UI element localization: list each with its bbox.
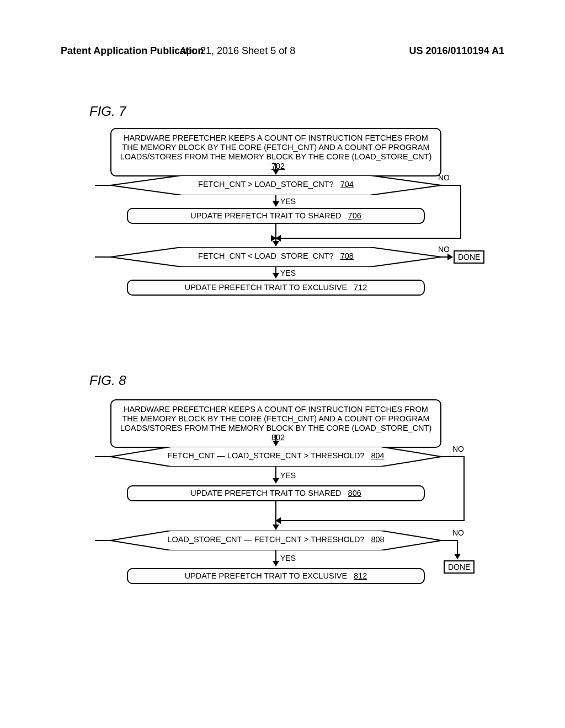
decision-704: FETCH_CNT > LOAD_STORE_CNT? 704	[110, 175, 441, 195]
yes-label-804: YES	[280, 471, 296, 480]
no-label-704: NO	[438, 173, 450, 182]
step-706: UPDATE PREFETCH TRAIT TO SHARED 706	[127, 208, 425, 224]
no-return-804	[276, 520, 465, 521]
decision-804: FETCH_CNT — LOAD_STORE_CNT > THRESHOLD? …	[110, 447, 441, 467]
step-806: UPDATE PREFETCH TRAIT TO SHARED 806	[127, 485, 425, 501]
arrow-708-to-712	[275, 267, 276, 278]
arrow-706-to-708	[275, 223, 276, 246]
no-label-708: NO	[438, 245, 450, 254]
decision-808-ref: 808	[371, 535, 384, 544]
left-stub-808	[95, 540, 110, 541]
no-label-804: NO	[452, 445, 464, 453]
no-line-804-v	[463, 456, 465, 520]
no-line-704-h	[441, 185, 461, 186]
no-line-808-v	[457, 540, 458, 559]
no-line-808-h	[441, 540, 458, 541]
decision-704-text: FETCH_CNT > LOAD_STORE_CNT?	[198, 180, 334, 189]
decision-708: FETCH_CNT < LOAD_STORE_CNT? 708	[110, 247, 441, 267]
arrow-806-to-808	[275, 501, 276, 529]
yes-label-704: YES	[280, 197, 296, 206]
decision-708-ref: 708	[340, 251, 354, 260]
arrow-808-to-812	[275, 550, 276, 566]
arrow-704-to-706	[275, 195, 276, 206]
no-return-704	[276, 238, 461, 239]
step-812: UPDATE PREFETCH TRAIT TO EXCLUSIVE 812	[127, 568, 425, 584]
step-702-text: HARDWARE PREFETCHER KEEPS A COUNT OF INS…	[120, 133, 432, 161]
step-712-text: UPDATE PREFETCH TRAIT TO EXCLUSIVE	[185, 283, 347, 292]
step-812-ref: 812	[354, 571, 367, 580]
step-706-text: UPDATE PREFETCH TRAIT TO SHARED	[190, 211, 341, 220]
arrow-702-to-704	[275, 163, 276, 174]
decision-808: LOAD_STORE_CNT — FETCH_CNT > THRESHOLD? …	[110, 531, 441, 550]
done-box-8: DONE	[444, 560, 475, 574]
left-stub-704	[95, 185, 110, 186]
arrow-804-to-806	[275, 467, 276, 483]
figure-8-label: FIG. 8	[89, 373, 126, 388]
publication-number: US 2016/0110194 A1	[409, 45, 504, 57]
decision-804-ref: 804	[371, 451, 384, 460]
page-header: Patent Application Publication Apr. 21, …	[61, 45, 504, 57]
no-line-704-v	[460, 185, 461, 238]
decision-708-text: FETCH_CNT < LOAD_STORE_CNT?	[198, 251, 334, 260]
step-806-ref: 806	[348, 489, 361, 497]
figure-7-label: FIG. 7	[89, 104, 126, 119]
figure-7-flowchart: HARDWARE PREFETCHER KEEPS A COUNT OF INS…	[99, 128, 463, 349]
arrow-802-to-804	[275, 435, 276, 446]
decision-704-ref: 704	[340, 180, 354, 189]
decision-804-text: FETCH_CNT — LOAD_STORE_CNT > THRESHOLD?	[167, 451, 364, 460]
date-sheet: Apr. 21, 2016 Sheet 5 of 8	[180, 45, 295, 57]
step-812-text: UPDATE PREFETCH TRAIT TO EXCLUSIVE	[185, 571, 347, 580]
yes-label-708: YES	[280, 269, 296, 277]
left-stub-804	[95, 456, 110, 457]
step-706-ref: 706	[348, 211, 361, 220]
no-line-708	[441, 256, 452, 258]
step-802-text: HARDWARE PREFETCHER KEEPS A COUNT OF INS…	[120, 405, 432, 432]
no-label-808: NO	[452, 528, 464, 537]
step-806-text: UPDATE PREFETCH TRAIT TO SHARED	[190, 489, 341, 497]
no-line-804-h	[441, 456, 465, 457]
figure-8-flowchart: HARDWARE PREFETCHER KEEPS A COUNT OF INS…	[99, 399, 463, 631]
step-712-ref: 712	[354, 283, 367, 292]
step-712: UPDATE PREFETCH TRAIT TO EXCLUSIVE 712	[127, 280, 425, 296]
left-stub-708	[95, 256, 110, 258]
done-box-7: DONE	[454, 250, 484, 264]
decision-808-text: LOAD_STORE_CNT — FETCH_CNT > THRESHOLD?	[167, 535, 364, 544]
yes-label-808: YES	[280, 554, 296, 563]
